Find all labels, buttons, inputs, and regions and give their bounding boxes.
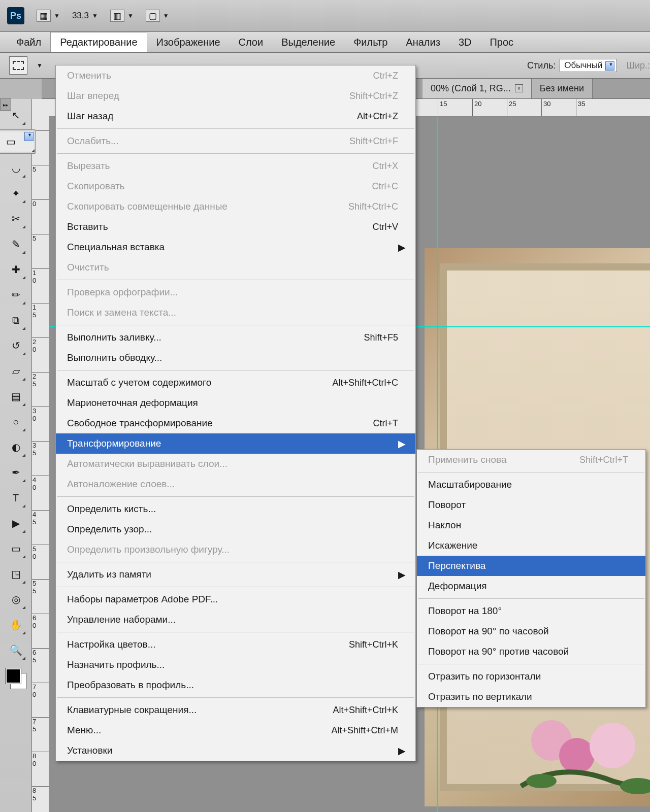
menu-прос[interactable]: Прос bbox=[480, 32, 523, 52]
hand-tool[interactable]: ✋ bbox=[5, 614, 27, 636]
screen-icon: ▢ bbox=[146, 10, 160, 22]
stamp-tool[interactable]: ⧉ bbox=[5, 309, 27, 331]
width-label: Шир.: bbox=[626, 60, 650, 71]
menu-файл[interactable]: Файл bbox=[7, 32, 50, 52]
menu-item[interactable]: Масштабирование bbox=[417, 475, 645, 495]
menu-item[interactable]: Поворот bbox=[417, 495, 645, 515]
tab-label: 00% (Слой 1, RG... bbox=[431, 83, 511, 94]
menu-item: ВырезатьCtrl+X bbox=[56, 156, 415, 176]
menu-item[interactable]: Настройка цветов...Shift+Ctrl+K bbox=[56, 634, 415, 655]
crop-tool[interactable]: ✂ bbox=[5, 208, 27, 230]
menu-изображение[interactable]: Изображение bbox=[147, 32, 230, 52]
menu-item[interactable]: Клавиатурные сокращения...Alt+Shift+Ctrl… bbox=[56, 700, 415, 720]
chevron-down-icon: ▼ bbox=[54, 12, 60, 19]
menu-item[interactable]: Определить кисть... bbox=[56, 499, 415, 519]
menu-item[interactable]: Поворот на 90° по часовой bbox=[417, 621, 645, 641]
menu-item[interactable]: Меню...Alt+Shift+Ctrl+M bbox=[56, 720, 415, 740]
menu-item[interactable]: Деформация bbox=[417, 576, 645, 596]
chevron-down-icon: ▼ bbox=[127, 12, 134, 19]
vertical-ruler: 050510152025303540455055606570758085 bbox=[31, 99, 49, 812]
workspace-switcher[interactable]: ▦ ▼ bbox=[37, 10, 60, 22]
svg-point-4 bbox=[620, 778, 650, 794]
menu-слои[interactable]: Слои bbox=[230, 32, 273, 52]
menu-item[interactable]: Масштаб с учетом содержимогоAlt+Shift+Ct… bbox=[56, 373, 415, 393]
document-tab[interactable]: Без имени bbox=[532, 78, 593, 98]
menu-item[interactable]: Выполнить заливку...Shift+F5 bbox=[56, 327, 415, 348]
menu-item[interactable]: Марионеточная деформация bbox=[56, 393, 415, 413]
menu-item[interactable]: Искажение bbox=[417, 535, 645, 556]
menu-item[interactable]: Трансформирование▶ bbox=[56, 433, 415, 454]
gradient-tool[interactable]: ▤ bbox=[5, 385, 27, 408]
menu-item[interactable]: Поворот на 90° против часовой bbox=[417, 641, 645, 662]
menu-item: Применить сноваShift+Ctrl+T bbox=[417, 450, 645, 470]
menu-item: Скопировать совмещенные данныеShift+Ctrl… bbox=[56, 196, 415, 217]
panel-expand-icon[interactable]: ▸▸ bbox=[0, 98, 11, 111]
type-tool[interactable]: T bbox=[5, 487, 27, 509]
close-icon[interactable]: × bbox=[515, 84, 523, 92]
menu-item[interactable]: Специальная вставка▶ bbox=[56, 237, 415, 257]
style-label: Стиль: bbox=[527, 60, 556, 71]
menu-item[interactable]: Преобразовать в профиль... bbox=[56, 675, 415, 695]
menu-item: Шаг впередShift+Ctrl+Z bbox=[56, 86, 415, 106]
menu-item[interactable]: Шаг назадAlt+Ctrl+Z bbox=[56, 106, 415, 126]
blur-tool[interactable]: ○ bbox=[5, 411, 27, 433]
menu-item: Проверка орфографии... bbox=[56, 282, 415, 302]
arrange-icon: ▥ bbox=[110, 10, 124, 22]
menu-item[interactable]: Наборы параметров Adobe PDF... bbox=[56, 589, 415, 610]
pen-tool[interactable]: ✒ bbox=[5, 461, 27, 484]
menu-item: Автоматически выравнивать слои... bbox=[56, 454, 415, 474]
menu-item: ОтменитьCtrl+Z bbox=[56, 65, 415, 86]
history-brush-tool[interactable]: ↺ bbox=[5, 334, 27, 357]
menu-item[interactable]: Отразить по вертикали bbox=[417, 687, 645, 707]
menu-фильтр[interactable]: Фильтр bbox=[344, 32, 397, 52]
eraser-tool[interactable]: ▱ bbox=[5, 360, 27, 382]
path-selection-tool[interactable]: ▶ bbox=[5, 512, 27, 534]
menu-item[interactable]: Свободное трансформированиеCtrl+T bbox=[56, 413, 415, 433]
marquee-style: Стиль: Обычный bbox=[527, 59, 617, 72]
menu-item: СкопироватьCtrl+C bbox=[56, 176, 415, 196]
shape-tool[interactable]: ▭ bbox=[5, 537, 27, 560]
menu-item[interactable]: ВставитьCtrl+V bbox=[56, 217, 415, 237]
menu-item[interactable]: Установки▶ bbox=[56, 740, 415, 761]
healing-brush-tool[interactable]: ✚ bbox=[5, 258, 27, 281]
photo-decoration bbox=[511, 710, 650, 801]
chevron-down-icon[interactable]: ▼ bbox=[37, 62, 43, 69]
eyedropper-tool[interactable]: ✎ bbox=[5, 233, 27, 255]
menu-item[interactable]: Наклон bbox=[417, 515, 645, 535]
lasso-tool[interactable]: ◡ bbox=[5, 157, 27, 179]
camera-tool[interactable]: ◎ bbox=[5, 588, 27, 611]
menu-item[interactable]: Отразить по горизонтали bbox=[417, 666, 645, 687]
menu-item[interactable]: Назначить профиль... bbox=[56, 655, 415, 675]
menu-item: Очистить bbox=[56, 257, 415, 278]
current-tool-icon[interactable] bbox=[9, 56, 27, 75]
chevron-down-icon: ▼ bbox=[92, 12, 98, 19]
arrange-documents[interactable]: ▥ ▼ bbox=[110, 10, 134, 22]
app-logo: Ps bbox=[7, 7, 24, 24]
transform-submenu: Применить сноваShift+Ctrl+TМасштабирован… bbox=[416, 449, 646, 707]
menu-item: Ослабить...Shift+Ctrl+F bbox=[56, 131, 415, 151]
brush-tool[interactable]: ✏ bbox=[5, 284, 27, 306]
menu-item[interactable]: Перспектива bbox=[417, 556, 645, 576]
zoom-tool[interactable]: 🔍 bbox=[5, 639, 27, 661]
chevron-down-icon: ▼ bbox=[163, 12, 169, 19]
magic-wand-tool[interactable]: ✦ bbox=[5, 182, 27, 205]
color-swatches[interactable] bbox=[6, 668, 26, 689]
zoom-level[interactable]: 33,3 ▼ bbox=[72, 11, 98, 21]
menu-редактирование[interactable]: Редактирование bbox=[50, 32, 147, 52]
menu-item[interactable]: Поворот на 180° bbox=[417, 601, 645, 621]
menu-item[interactable]: Определить узор... bbox=[56, 519, 415, 539]
dodge-tool[interactable]: ◐ bbox=[5, 436, 27, 458]
menu-3d[interactable]: 3D bbox=[449, 32, 481, 52]
menu-item[interactable]: Удалить из памяти▶ bbox=[56, 564, 415, 585]
tab-label: Без имени bbox=[540, 83, 584, 94]
svg-point-1 bbox=[559, 738, 595, 773]
menu-item[interactable]: Управление наборами... bbox=[56, 610, 415, 630]
menu-анализ[interactable]: Анализ bbox=[397, 32, 449, 52]
menu-выделение[interactable]: Выделение bbox=[272, 32, 344, 52]
document-tab-active[interactable]: 00% (Слой 1, RG... × bbox=[422, 78, 532, 98]
menu-item[interactable]: Выполнить обводку... bbox=[56, 348, 415, 368]
screen-mode[interactable]: ▢ ▼ bbox=[146, 10, 169, 22]
marquee-tool[interactable]: ▭ bbox=[0, 129, 36, 154]
style-select[interactable]: Обычный bbox=[560, 59, 617, 72]
3d-tool[interactable]: ◳ bbox=[5, 563, 27, 585]
